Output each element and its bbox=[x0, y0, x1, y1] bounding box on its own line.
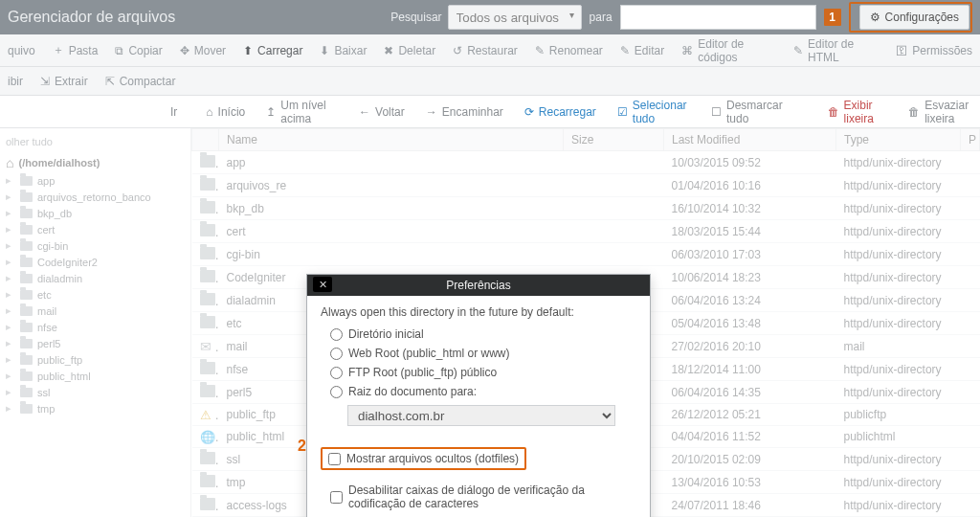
modal-titlebar: ✕ Preferências bbox=[307, 275, 650, 296]
main-area: olher tudo (/home/dialhost) ▸app▸arquivo… bbox=[0, 128, 980, 517]
code-icon: ⌘ bbox=[681, 44, 693, 57]
edit-icon: ✎ bbox=[620, 44, 630, 57]
app-header: Gerenciador de arquivos Pesquisar Todos … bbox=[0, 0, 980, 34]
settings-button[interactable]: ⚙ Configurações bbox=[859, 5, 969, 30]
radio-ftp-root[interactable]: FTP Root (public_ftp) público bbox=[321, 363, 636, 382]
view-trash-button[interactable]: 🗑Exibir lixeira bbox=[828, 99, 888, 125]
upload-button[interactable]: ⬆Carregar bbox=[243, 44, 302, 57]
settings-label: Configurações bbox=[885, 11, 959, 24]
extract-button[interactable]: ⇲Extrair bbox=[40, 75, 88, 88]
folder-button[interactable]: ＋Pasta bbox=[53, 42, 99, 58]
nav-toolbar: Ir ⌂Início ↥Um nível acima ←Voltar →Enca… bbox=[0, 96, 980, 128]
code-editor-button[interactable]: ⌘Editor de códigos bbox=[681, 37, 776, 64]
checkbox-show-dotfiles[interactable]: Mostrar arquivos ocultos (dotfiles) bbox=[321, 447, 526, 470]
modal-lead: Always open this directory in the future… bbox=[321, 305, 636, 319]
view-button[interactable]: ibir bbox=[8, 75, 23, 88]
compress-icon: ⇱ bbox=[105, 75, 115, 88]
modal-close-button[interactable]: ✕ bbox=[313, 277, 332, 292]
move-icon: ✥ bbox=[180, 44, 189, 57]
rename-icon: ✎ bbox=[535, 44, 545, 57]
copy-button[interactable]: ⧉Copiar bbox=[115, 44, 162, 57]
extract-icon: ⇲ bbox=[40, 75, 50, 88]
reload-icon: ⟳ bbox=[524, 105, 534, 119]
domain-select[interactable]: dialhost.com.br bbox=[347, 405, 615, 426]
modal-title: Preferências bbox=[446, 279, 510, 292]
back-button[interactable]: ←Voltar bbox=[359, 105, 405, 119]
rename-button[interactable]: ✎Renomear bbox=[535, 44, 603, 57]
restore-icon: ↺ bbox=[453, 44, 462, 57]
annotation-marker-1: 1 bbox=[824, 9, 841, 26]
app-title: Gerenciador de arquivos bbox=[8, 9, 175, 26]
preferences-modal: ✕ Preferências Always open this director… bbox=[306, 274, 651, 517]
home-button[interactable]: ⌂Início bbox=[206, 105, 245, 119]
check-icon: ☑ bbox=[617, 105, 628, 119]
file-button[interactable]: quivo bbox=[8, 44, 35, 57]
deselect-all-button[interactable]: ☐Desmarcar tudo bbox=[711, 99, 786, 125]
delete-button[interactable]: ✖Deletar bbox=[384, 44, 435, 57]
delete-icon: ✖ bbox=[384, 44, 393, 57]
forward-button[interactable]: →Encaminhar bbox=[426, 105, 503, 119]
home-icon: ⌂ bbox=[206, 105, 212, 119]
select-all-button[interactable]: ☑Selecionar tudo bbox=[617, 99, 690, 125]
trash-icon: 🗑 bbox=[828, 105, 839, 119]
left-icon: ← bbox=[359, 105, 370, 119]
copy-icon: ⧉ bbox=[115, 44, 123, 57]
search-scope-select[interactable]: Todos os arquivos bbox=[448, 5, 582, 30]
plus-icon: ＋ bbox=[53, 42, 64, 58]
upload-icon: ⬆ bbox=[243, 44, 253, 57]
uncheck-icon: ☐ bbox=[711, 105, 722, 119]
empty-trash-button[interactable]: 🗑Esvaziar lixeira bbox=[908, 99, 980, 125]
radio-web-root[interactable]: Web Root (public_html or www) bbox=[321, 344, 636, 363]
secondary-toolbar: ibir ⇲Extrair ⇱Compactar bbox=[0, 67, 980, 96]
radio-doc-root[interactable]: Raiz do documento para: bbox=[321, 382, 636, 401]
reload-button[interactable]: ⟳Recarregar bbox=[524, 105, 596, 119]
annotation-outline-settings: ⚙ Configurações bbox=[849, 2, 972, 33]
key-icon: ⚿ bbox=[896, 44, 907, 57]
checkbox-disable-encoding[interactable]: Desabilitar caixas de diálogo de verific… bbox=[321, 480, 636, 514]
edit-button[interactable]: ✎Editar bbox=[620, 44, 664, 57]
up-level-button[interactable]: ↥Um nível acima bbox=[266, 99, 338, 125]
search-for-label: para bbox=[590, 11, 612, 24]
gear-icon: ⚙ bbox=[870, 11, 880, 24]
compress-button[interactable]: ⇱Compactar bbox=[105, 75, 176, 88]
right-icon: → bbox=[426, 105, 437, 119]
search-input[interactable] bbox=[620, 5, 816, 30]
html-icon: ✎ bbox=[793, 44, 803, 57]
download-icon: ⬇ bbox=[320, 44, 329, 57]
radio-home-dir[interactable]: Diretório inicial bbox=[321, 325, 636, 344]
download-button[interactable]: ⬇Baixar bbox=[320, 44, 367, 57]
up-icon: ↥ bbox=[266, 105, 276, 119]
main-toolbar: quivo ＋Pasta ⧉Copiar ✥Mover ⬆Carregar ⬇B… bbox=[0, 34, 980, 67]
move-button[interactable]: ✥Mover bbox=[180, 44, 226, 57]
trash-icon: 🗑 bbox=[908, 105, 920, 119]
go-button[interactable]: Ir bbox=[163, 103, 185, 121]
restore-button[interactable]: ↺Restaurar bbox=[453, 44, 518, 57]
html-editor-button[interactable]: ✎Editor de HTML bbox=[793, 37, 879, 64]
search-label: Pesquisar bbox=[390, 11, 441, 24]
annotation-marker-2: 2 bbox=[298, 438, 306, 455]
permissions-button[interactable]: ⚿Permissões bbox=[896, 44, 972, 57]
